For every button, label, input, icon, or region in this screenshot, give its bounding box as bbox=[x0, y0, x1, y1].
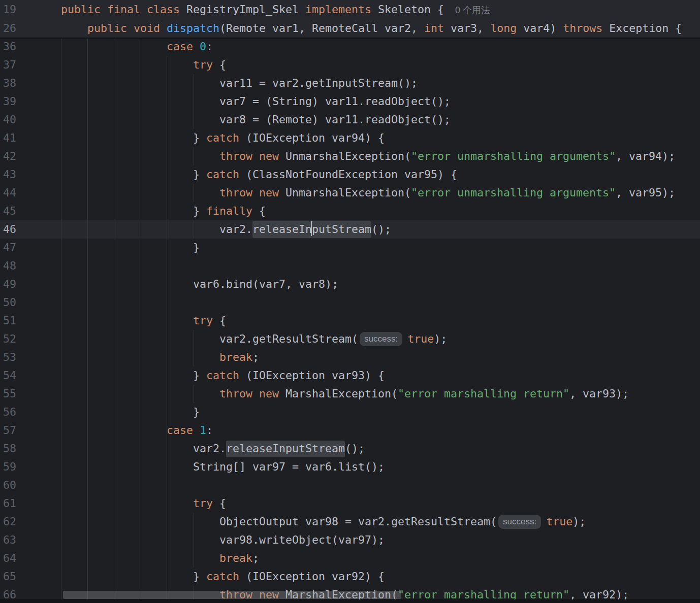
line-number[interactable]: 40 bbox=[0, 111, 23, 129]
code-line[interactable]: 42 throw new UnmarshalException("error u… bbox=[0, 147, 700, 165]
line-number[interactable]: 39 bbox=[0, 92, 23, 111]
code-text: var2.releaseInputStream(); bbox=[23, 220, 700, 239]
line-number[interactable]: 19 bbox=[0, 0, 23, 19]
line-number[interactable]: 49 bbox=[0, 275, 23, 293]
line-number[interactable]: 41 bbox=[0, 129, 23, 147]
line-number[interactable]: 55 bbox=[0, 385, 23, 403]
code-text: } catch (IOException var93) { bbox=[23, 366, 700, 385]
line-number[interactable]: 62 bbox=[0, 513, 23, 531]
code-text: } finally { bbox=[23, 202, 700, 220]
line-number[interactable]: 58 bbox=[0, 440, 23, 458]
highlighted-identifier: releaseIn bbox=[252, 221, 312, 238]
code-line[interactable]: 39 var7 = (String) var11.readObject(); bbox=[0, 92, 700, 111]
code-line[interactable]: 38 var11 = var2.getInputStream(); bbox=[0, 74, 700, 92]
code-line[interactable]: 54 } catch (IOException var93) { bbox=[0, 366, 700, 385]
code-line[interactable]: 59 String[] var97 = var6.list(); bbox=[0, 458, 700, 476]
line-number[interactable]: 44 bbox=[0, 184, 23, 202]
line-number[interactable]: 64 bbox=[0, 549, 23, 567]
code-line[interactable]: 64 break; bbox=[0, 549, 700, 567]
code-text: throw new UnmarshalException("error unma… bbox=[23, 147, 700, 165]
code-line[interactable]: 58 var2.releaseInputStream(); bbox=[0, 440, 700, 458]
code-line[interactable]: 53 break; bbox=[0, 348, 700, 366]
code-area[interactable]: 36 case 0:37 try {38 var11 = var2.getInp… bbox=[0, 38, 700, 603]
horizontal-scrollbar-thumb[interactable] bbox=[63, 591, 401, 599]
sticky-header: 19 public final class RegistryImpl_Skel … bbox=[0, 0, 700, 39]
code-line[interactable]: 40 var8 = (Remote) var11.readObject(); bbox=[0, 111, 700, 129]
code-line[interactable]: 50 bbox=[0, 293, 700, 312]
code-text: } catch (IOException var94) { bbox=[23, 129, 700, 147]
line-number[interactable]: 36 bbox=[0, 38, 23, 56]
line-number[interactable]: 51 bbox=[0, 312, 23, 330]
code-text: } catch (IOException var92) { bbox=[23, 567, 700, 586]
code-text: try { bbox=[23, 56, 700, 74]
code-text: var98.writeObject(var97); bbox=[23, 531, 700, 549]
code-line[interactable]: 46 var2.releaseInputStream(); bbox=[0, 220, 700, 239]
indent-guide bbox=[194, 513, 194, 567]
code-line[interactable]: 56 } bbox=[0, 403, 700, 421]
line-number[interactable]: 65 bbox=[0, 567, 23, 586]
line-number[interactable]: 52 bbox=[0, 330, 23, 348]
editor-bottom-edge bbox=[0, 599, 700, 603]
line-number[interactable]: 45 bbox=[0, 202, 23, 220]
line-number[interactable]: 50 bbox=[0, 293, 23, 312]
code-line[interactable]: 36 case 0: bbox=[0, 38, 700, 56]
code-line[interactable]: 26 public void dispatch(Remote var1, Rem… bbox=[0, 19, 700, 38]
line-number[interactable]: 42 bbox=[0, 147, 23, 165]
line-number[interactable]: 26 bbox=[0, 19, 23, 38]
code-text: public final class RegistryImpl_Skel imp… bbox=[23, 0, 700, 19]
code-text: var2.releaseInputStream(); bbox=[23, 440, 700, 458]
code-text: case 1: bbox=[23, 421, 700, 440]
line-number[interactable]: 43 bbox=[0, 165, 23, 184]
highlighted-identifier: releaseInputStream bbox=[226, 441, 345, 457]
code-text: case 0: bbox=[23, 38, 700, 56]
code-line[interactable]: 44 throw new UnmarshalException("error u… bbox=[0, 184, 700, 202]
indent-guide bbox=[194, 184, 194, 202]
editor: 36 case 0:37 try {38 var11 = var2.getInp… bbox=[0, 0, 700, 603]
indent-guide bbox=[194, 385, 194, 403]
line-number[interactable]: 59 bbox=[0, 458, 23, 476]
line-number[interactable]: 61 bbox=[0, 494, 23, 513]
line-number[interactable]: 46 bbox=[0, 220, 23, 239]
code-line[interactable]: 60 bbox=[0, 476, 700, 494]
line-number[interactable]: 47 bbox=[0, 239, 23, 257]
code-line[interactable]: 43 } catch (ClassNotFoundException var95… bbox=[0, 165, 700, 184]
code-line[interactable]: 52 var2.getResultStream(success:true); bbox=[0, 330, 700, 348]
line-number[interactable]: 38 bbox=[0, 74, 23, 92]
code-line[interactable]: 65 } catch (IOException var92) { bbox=[0, 567, 700, 586]
code-text: String[] var97 = var6.list(); bbox=[23, 458, 700, 476]
usages-hint[interactable]: 0 个用法 bbox=[455, 5, 490, 15]
code-text bbox=[23, 257, 700, 275]
parameter-hint-inlay[interactable]: success: bbox=[360, 332, 402, 346]
indent-guide bbox=[194, 220, 194, 239]
parameter-hint-inlay[interactable]: success: bbox=[498, 515, 541, 529]
code-line[interactable]: 57 case 1: bbox=[0, 421, 700, 440]
code-line[interactable]: 55 throw new MarshalException("error mar… bbox=[0, 385, 700, 403]
code-line[interactable]: 49 var6.bind(var7, var8); bbox=[0, 275, 700, 293]
line-number[interactable]: 57 bbox=[0, 421, 23, 440]
line-number[interactable]: 37 bbox=[0, 56, 23, 74]
code-text: var7 = (String) var11.readObject(); bbox=[23, 92, 700, 111]
code-text: ObjectOutput var98 = var2.getResultStrea… bbox=[23, 513, 700, 531]
code-text: public void dispatch(Remote var1, Remote… bbox=[23, 19, 700, 38]
code-line[interactable]: 37 try { bbox=[0, 56, 700, 74]
code-line[interactable]: 61 try { bbox=[0, 494, 700, 513]
code-line[interactable]: 19 public final class RegistryImpl_Skel … bbox=[0, 0, 700, 19]
code-line[interactable]: 41 } catch (IOException var94) { bbox=[0, 129, 700, 147]
line-number[interactable]: 63 bbox=[0, 531, 23, 549]
line-number[interactable]: 53 bbox=[0, 348, 23, 366]
indent-guide bbox=[61, 39, 61, 599]
indent-guide bbox=[194, 147, 194, 165]
code-text: throw new UnmarshalException("error unma… bbox=[23, 184, 700, 202]
code-line[interactable]: 51 try { bbox=[0, 312, 700, 330]
code-line[interactable]: 62 ObjectOutput var98 = var2.getResultSt… bbox=[0, 513, 700, 531]
code-line[interactable]: 63 var98.writeObject(var97); bbox=[0, 531, 700, 549]
line-number[interactable]: 56 bbox=[0, 403, 23, 421]
code-text: var6.bind(var7, var8); bbox=[23, 275, 700, 293]
line-number[interactable]: 48 bbox=[0, 257, 23, 275]
code-text: throw new MarshalException("error marsha… bbox=[23, 385, 700, 403]
code-line[interactable]: 48 bbox=[0, 257, 700, 275]
line-number[interactable]: 60 bbox=[0, 476, 23, 494]
code-line[interactable]: 47 } bbox=[0, 239, 700, 257]
code-line[interactable]: 45 } finally { bbox=[0, 202, 700, 220]
line-number[interactable]: 54 bbox=[0, 366, 23, 385]
